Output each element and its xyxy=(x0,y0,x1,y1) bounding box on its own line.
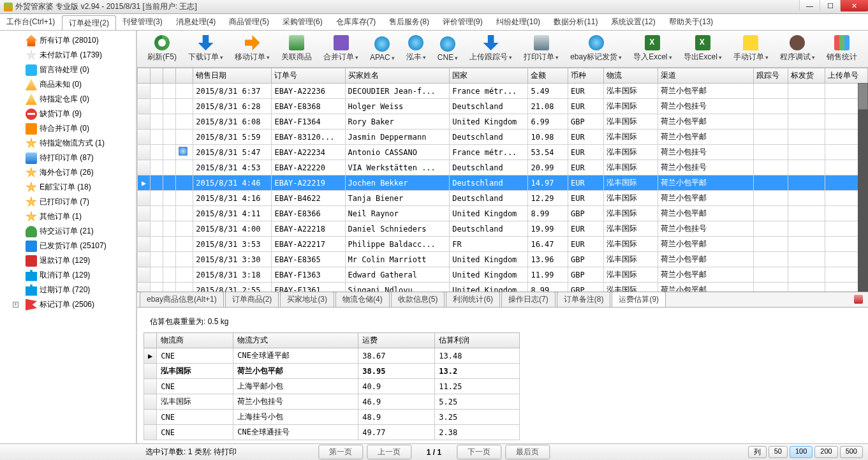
grid-header[interactable] xyxy=(163,68,176,84)
toolbar-程序调试[interactable]: 程序调试 xyxy=(775,33,820,65)
sidebar-item-2[interactable]: 留言待处理 (0) xyxy=(0,63,136,77)
grid-header[interactable]: 金额 xyxy=(528,68,568,84)
menu-item-2[interactable]: 刊登管理(3) xyxy=(116,14,170,30)
toolbar-上传跟踪号[interactable]: 上传跟踪号 xyxy=(464,33,517,65)
page-size-列[interactable]: 列 xyxy=(748,446,767,458)
tree-expand-icon[interactable]: + xyxy=(13,302,18,308)
detail-tab-5[interactable]: 利润统计(6) xyxy=(446,292,500,307)
menu-item-4[interactable]: 商品管理(5) xyxy=(223,14,276,30)
detail-tab-2[interactable]: 买家地址(3) xyxy=(280,292,334,307)
menu-item-10[interactable]: 数据分析(11) xyxy=(547,14,605,30)
sidebar-item-4[interactable]: 待指定仓库 (0) xyxy=(0,92,136,107)
toolbar-ebay标记发货[interactable]: ebay标记发货 xyxy=(565,33,627,65)
est-row[interactable]: 泓丰国际荷兰小包挂号46.95.25 xyxy=(144,394,520,410)
sidebar-item-16[interactable]: 取消订单 (129) xyxy=(0,268,136,283)
pager-prev[interactable]: 上一页 xyxy=(367,445,411,459)
sidebar-item-10[interactable]: E邮宝订单 (18) xyxy=(0,180,136,195)
sidebar-item-3[interactable]: 商品未知 (0) xyxy=(0,77,136,92)
pager-last[interactable]: 最后页 xyxy=(505,445,550,459)
toolbar-CNE[interactable]: CNE xyxy=(432,33,463,65)
toolbar-泓丰[interactable]: 泓丰 xyxy=(401,33,431,65)
grid-header[interactable] xyxy=(176,68,193,84)
page-size-200[interactable]: 200 xyxy=(814,446,837,458)
toolbar-移动订单[interactable]: 移动订单 xyxy=(230,33,275,65)
menu-item-9[interactable]: 纠纷处理(10) xyxy=(490,14,547,30)
toolbar-下载订单[interactable]: 下载订单 xyxy=(183,33,228,65)
close-button[interactable]: ✕ xyxy=(840,0,868,11)
grid-header[interactable]: 销售日期 xyxy=(193,68,272,84)
menu-item-7[interactable]: 售后服务(8) xyxy=(383,14,436,30)
grid-header[interactable] xyxy=(138,68,151,84)
table-row[interactable]: 2015/8/31 4:16EBAY-B4622Tanja BienerDeut… xyxy=(138,191,868,206)
toolbar-打印订单[interactable]: 打印订单 xyxy=(519,33,564,65)
menu-item-8[interactable]: 评价管理(9) xyxy=(436,14,490,30)
toolbar-APAC[interactable]: APAC xyxy=(365,33,400,65)
grid-header[interactable] xyxy=(151,68,163,84)
table-row[interactable]: 2015/8/31 3:53EBAY-A22217Philippe Baldac… xyxy=(138,237,868,252)
sidebar-item-14[interactable]: 已发货订单 (25107) xyxy=(0,239,136,253)
sidebar-item-6[interactable]: 待合并订单 (0) xyxy=(0,121,136,136)
menu-item-12[interactable]: 帮助关于(13) xyxy=(663,14,720,30)
toolbar-手动订单[interactable]: 手动订单 xyxy=(728,33,774,65)
sidebar-item-11[interactable]: 已打印订单 (7) xyxy=(0,195,136,209)
sidebar-item-7[interactable]: 待指定物流方式 (1) xyxy=(0,136,136,151)
pager-next[interactable]: 下一页 xyxy=(457,445,501,459)
table-row[interactable]: 2015/8/31 3:30EBAY-E8365Mr Colin Marriot… xyxy=(138,252,868,267)
order-grid[interactable]: 销售日期订单号买家姓名国家金额币种物流渠道跟踪号标发货上传单号2015/8/31… xyxy=(137,68,868,292)
sidebar-item-8[interactable]: 待打印订单 (87) xyxy=(0,151,136,165)
detail-tab-0[interactable]: ebay商品信息(Alt+1) xyxy=(140,292,224,307)
detail-tab-1[interactable]: 订单商品(2) xyxy=(225,292,279,307)
detail-tab-4[interactable]: 收款信息(5) xyxy=(391,292,445,307)
pager-first[interactable]: 第一页 xyxy=(318,445,363,459)
grid-scrollbar[interactable] xyxy=(858,83,868,292)
sidebar-item-1[interactable]: 未付款订单 (1739) xyxy=(0,48,136,63)
menu-item-6[interactable]: 仓库库存(7) xyxy=(330,14,383,30)
menu-item-11[interactable]: 系统设置(12) xyxy=(605,14,662,30)
minimize-button[interactable]: — xyxy=(799,0,820,11)
book-icon[interactable] xyxy=(854,295,863,304)
menu-item-0[interactable]: 工作台(Ctrl+1) xyxy=(0,14,62,30)
grid-header[interactable]: 渠道 xyxy=(658,68,754,84)
table-row[interactable]: 2015/8/31 6:28EBAY-E8368Holger WeissDeut… xyxy=(138,99,868,114)
sidebar-item-0[interactable]: 所有订单 (28010) xyxy=(0,33,136,48)
table-row[interactable]: 2015/8/31 6:37EBAY-A22236DECOUDIER Jean-… xyxy=(138,84,868,99)
table-row[interactable]: 2015/8/31 3:18EBAY-F1363Edward GatheralU… xyxy=(138,267,868,283)
est-row[interactable]: 泓丰国际荷兰小包平邮38.9513.2 xyxy=(144,364,520,379)
grid-header[interactable]: 买家姓名 xyxy=(345,68,450,84)
detail-tab-8[interactable]: 运费估算(9) xyxy=(612,292,666,307)
sidebar-item-5[interactable]: 缺货订单 (9) xyxy=(0,107,136,121)
detail-tab-6[interactable]: 操作日志(7) xyxy=(501,292,555,307)
maximize-button[interactable]: ☐ xyxy=(820,0,840,11)
sidebar-item-13[interactable]: 待交运订单 (21) xyxy=(0,224,136,239)
detail-tab-7[interactable]: 订单备注(8) xyxy=(557,292,611,307)
table-row[interactable]: 2015/8/31 6:08EBAY-F1364Rory BakerUnited… xyxy=(138,114,868,130)
sidebar-item-12[interactable]: 其他订单 (1) xyxy=(0,209,136,224)
page-size-100[interactable]: 100 xyxy=(790,446,813,458)
grid-header[interactable]: 标发货 xyxy=(788,68,825,84)
est-row[interactable]: CNE上海平邮小包40.911.25 xyxy=(144,379,520,394)
table-row[interactable]: 2015/8/31 4:11EBAY-E8366Neil RaynorUnite… xyxy=(138,206,868,221)
table-row[interactable]: 2015/8/31 4:53EBAY-A22220VIA Werkstätten… xyxy=(138,160,868,175)
table-row[interactable]: 2015/8/31 4:00EBAY-A22218Daniel Schniede… xyxy=(138,221,868,237)
table-row[interactable]: 2015/8/31 2:55EBAY-F1361Singani NdlovuUn… xyxy=(138,283,868,293)
est-row[interactable]: CNECNE全球通挂号49.772.38 xyxy=(144,425,520,440)
grid-header[interactable]: 上传单号 xyxy=(825,68,867,84)
menu-item-5[interactable]: 采购管理(6) xyxy=(276,14,330,30)
toolbar-关联商品[interactable]: 关联商品 xyxy=(276,33,317,65)
menu-item-1[interactable]: 订单处理(2) xyxy=(62,15,116,30)
toolbar-导出Excel[interactable]: 导出Excel xyxy=(679,33,727,65)
toolbar-销售统计[interactable]: 销售统计 xyxy=(821,33,862,65)
est-row[interactable]: ▶CNECNE全球通平邮38.6713.48 xyxy=(144,348,520,364)
sidebar-item-9[interactable]: 海外仓订单 (26) xyxy=(0,165,136,180)
est-row[interactable]: CNE上海挂号小包48.93.25 xyxy=(144,410,520,425)
shipping-estimate-table[interactable]: 物流商物流方式运费估算利润▶CNECNE全球通平邮38.6713.48泓丰国际荷… xyxy=(143,332,520,440)
sidebar-item-15[interactable]: 退款订单 (129) xyxy=(0,253,136,268)
table-row[interactable]: 2015/8/31 5:59EBAY-83120...Jasmin Depper… xyxy=(138,130,868,145)
toolbar-导入Excel[interactable]: 导入Excel xyxy=(628,33,677,65)
table-row[interactable]: 2015/8/31 5:47EBAY-A22234Antonio CASSANO… xyxy=(138,145,868,160)
sidebar-item-17[interactable]: 过期订单 (720) xyxy=(0,283,136,297)
table-row[interactable]: ▶2015/8/31 4:46EBAY-A22219Jochen BekkerD… xyxy=(138,175,868,191)
grid-header[interactable]: 物流 xyxy=(603,68,658,84)
detail-tab-3[interactable]: 物流仓储(4) xyxy=(335,292,390,307)
menu-item-3[interactable]: 消息处理(4) xyxy=(170,14,223,30)
